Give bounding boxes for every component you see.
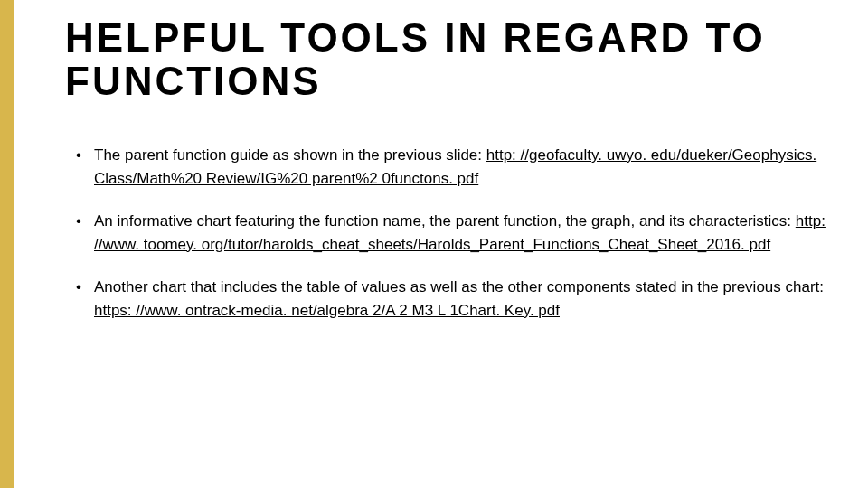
slide: HELPFUL TOOLS IN REGARD TO FUNCTIONS The… <box>0 0 868 488</box>
bullet-link[interactable]: https: //www. ontrack-media. net/algebra… <box>94 302 560 319</box>
bullet-list: The parent function guide as shown in th… <box>65 144 832 322</box>
bullet-text: Another chart that includes the table of… <box>94 278 824 296</box>
bullet-item-3: Another chart that includes the table of… <box>76 276 832 322</box>
bullet-item-2: An informative chart featuring the funct… <box>76 210 832 256</box>
bullet-text: An informative chart featuring the funct… <box>94 212 796 230</box>
bullet-text: The parent function guide as shown in th… <box>94 146 486 164</box>
slide-title: HELPFUL TOOLS IN REGARD TO FUNCTIONS <box>65 16 832 102</box>
bullet-item-1: The parent function guide as shown in th… <box>76 144 832 190</box>
